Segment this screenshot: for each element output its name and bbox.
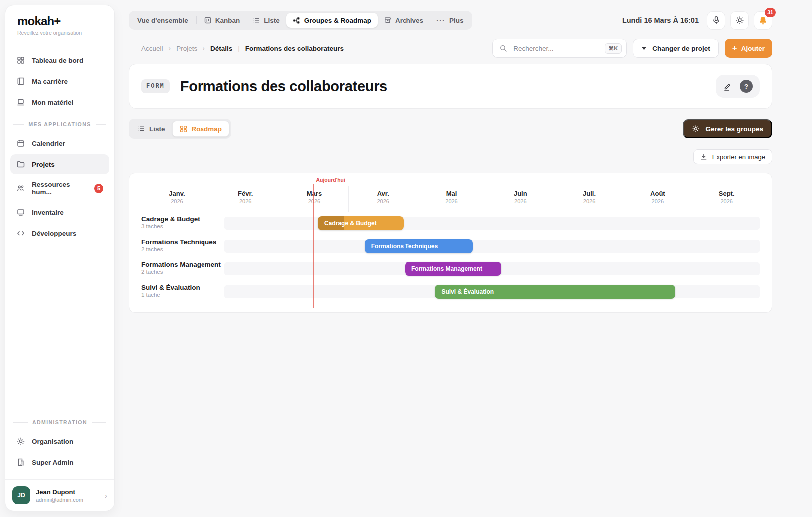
month-column: Sept.2026 [692, 186, 761, 212]
breadcrumb-projects[interactable]: Projets [176, 45, 197, 52]
notification-count-badge: 31 [765, 8, 776, 17]
sidebar-item-hr[interactable]: Ressources hum... 5 [10, 175, 109, 201]
group-task-count: 3 taches [141, 223, 200, 229]
theme-toggle-button[interactable] [730, 11, 749, 30]
export-image-label: Exporter en image [712, 153, 765, 161]
gantt-row: Formations Techniques2 tachesFormations … [129, 235, 772, 258]
sidebar-item-calendar[interactable]: Calendrier [10, 133, 109, 153]
topbar: Vue d'ensemble Kanban Liste Groupes & Ro [129, 11, 772, 30]
chevron-right-icon: › [169, 44, 171, 52]
user-email: admin@admin.com [36, 497, 83, 503]
sidebar-item-material[interactable]: Mon matériel [10, 92, 109, 112]
month-column: Août2026 [623, 186, 692, 212]
month-year: 2026 [692, 198, 761, 204]
month-label: Sept. [692, 190, 761, 197]
tab-groups-roadmap[interactable]: Groupes & Roadmap [286, 13, 378, 28]
tab-archives[interactable]: Archives [378, 13, 430, 28]
view-toggle: Liste Roadmap [129, 119, 231, 139]
sidebar-item-organisation[interactable]: Organisation [10, 431, 109, 451]
microphone-button[interactable] [707, 11, 725, 30]
add-button[interactable]: + Ajouter [725, 39, 772, 58]
page-header-card: FORM Formations des collaborateurs ? [129, 64, 772, 109]
manage-groups-button[interactable]: Gerer les groupes [683, 119, 772, 138]
user-name: Jean Dupont [36, 488, 83, 496]
breadcrumb: Accueil › Projets › Détails | Formations… [129, 44, 486, 52]
gantt-bar[interactable]: Cadrage & Budget [318, 216, 404, 230]
laptop-icon [16, 98, 25, 107]
tab-plus[interactable]: ··· Plus [430, 13, 470, 28]
group-task-count: 2 taches [141, 246, 216, 252]
month-label: Juil. [555, 190, 623, 197]
sidebar-item-label: Mon matériel [32, 99, 73, 106]
tab-label: Plus [449, 17, 464, 24]
group-task-count: 1 tache [141, 292, 200, 298]
sidebar-item-superadmin[interactable]: Super Admin [10, 452, 109, 472]
avatar: JD [12, 486, 30, 504]
month-year: 2026 [417, 198, 486, 204]
sidebar-item-label: Ressources hum... [32, 181, 88, 196]
roadmap-gantt-chart: Janv.2026Févr.2026Mars2026Avr.2026Mai202… [129, 173, 772, 313]
add-label: Ajouter [741, 45, 765, 52]
tab-list[interactable]: Liste [246, 13, 286, 28]
gantt-bar[interactable]: Suivi & Évaluation [435, 285, 675, 299]
monitor-icon [16, 208, 25, 217]
help-button[interactable]: ? [740, 80, 753, 93]
breadcrumb-home[interactable]: Accueil [141, 45, 163, 52]
sidebar-item-projects[interactable]: Projets [10, 154, 109, 174]
group-label: Formations Management2 taches [141, 261, 221, 275]
sidebar-item-label: Ma carrière [32, 78, 68, 85]
gear-icon [16, 437, 25, 446]
gantt-row: Suivi & Évaluation1 tacheSuivi & Évaluat… [129, 280, 772, 303]
microphone-icon [712, 16, 721, 25]
edit-title-button[interactable] [723, 82, 732, 91]
today-label: Aujourd'hui [316, 177, 345, 183]
sidebar-item-career[interactable]: Ma carrière [10, 71, 109, 91]
list-icon [253, 17, 260, 24]
sidebar-item-label: Projets [32, 161, 55, 168]
group-task-count: 2 taches [141, 269, 221, 275]
month-label: Avr. [349, 190, 417, 197]
form-type-badge: FORM [141, 79, 170, 93]
tab-overview[interactable]: Vue d'ensemble [131, 13, 195, 28]
main-content: Vue d'ensemble Kanban Liste Groupes & Ro [129, 0, 772, 313]
breadcrumb-current: Formations des collaborateurs [245, 45, 344, 52]
bell-icon [758, 16, 768, 25]
toggle-roadmap-button[interactable]: Roadmap [172, 121, 230, 137]
list-icon [138, 125, 145, 132]
notifications-button[interactable]: 31 [754, 11, 772, 30]
search-box[interactable]: ⌘K [492, 39, 627, 58]
datetime-label: Lundi 16 Mars À 16:01 [622, 16, 699, 24]
tab-kanban[interactable]: Kanban [198, 13, 247, 28]
chevron-right-icon: › [203, 44, 205, 52]
month-header: Janv.2026Févr.2026Mars2026Avr.2026Mai202… [143, 186, 761, 212]
code-icon [16, 229, 25, 238]
gantt-bar-label: Suivi & Évaluation [435, 288, 500, 295]
export-image-button[interactable]: Exporter en image [693, 149, 772, 164]
archive-icon [384, 17, 391, 24]
page-title: Formations des collaborateurs [180, 78, 387, 95]
sidebar-item-developers[interactable]: Développeurs [10, 223, 109, 243]
sidebar-item-label: Calendrier [32, 140, 65, 147]
sidebar-item-inventory[interactable]: Inventaire [10, 202, 109, 222]
month-column: Juin2026 [486, 186, 555, 212]
title-actions: ? [716, 75, 760, 98]
user-card[interactable]: JD Jean Dupont admin@admin.com › [5, 479, 114, 511]
breadcrumb-details[interactable]: Détails [210, 45, 232, 52]
month-year: 2026 [623, 198, 692, 204]
gantt-bar[interactable]: Formations Management [405, 262, 501, 276]
sidebar-item-dashboard[interactable]: Tableau de bord [10, 50, 109, 70]
gantt-bar-label: Formations Techniques [365, 243, 444, 250]
tab-label: Kanban [215, 17, 240, 24]
search-input[interactable] [512, 44, 600, 53]
gantt-row: Formations Management2 tachesFormations … [129, 258, 772, 280]
gantt-bar[interactable]: Formations Techniques [365, 239, 473, 253]
gantt-bar-label: Cadrage & Budget [318, 220, 383, 227]
month-label: Juin [486, 190, 555, 197]
download-icon [700, 153, 707, 160]
month-year: 2026 [143, 198, 211, 204]
search-icon [499, 44, 507, 52]
change-project-button[interactable]: Changer de projet [633, 39, 719, 58]
toggle-list-button[interactable]: Liste [131, 121, 172, 137]
group-label: Cadrage & Budget3 taches [141, 215, 200, 229]
sidebar-item-label: Organisation [32, 438, 73, 445]
